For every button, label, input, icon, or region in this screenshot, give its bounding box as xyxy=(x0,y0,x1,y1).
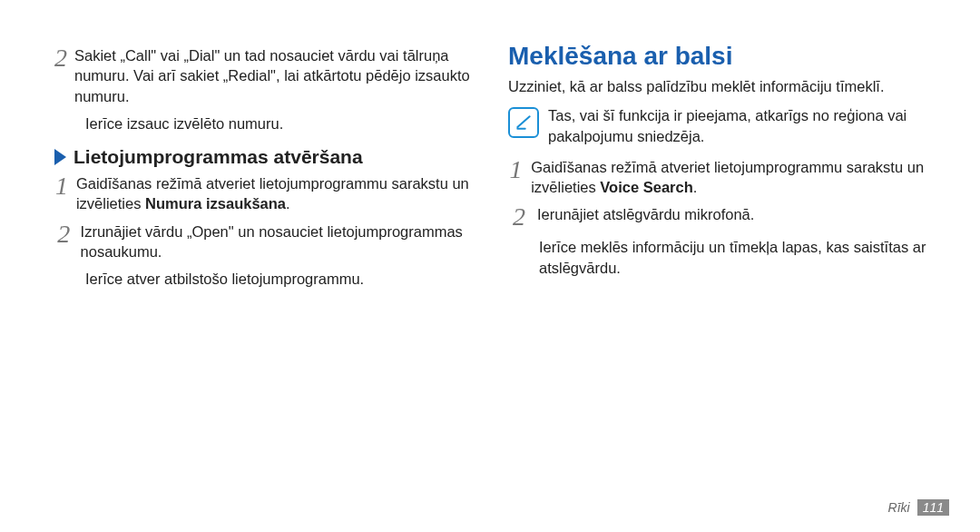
chevron-right-icon xyxy=(54,149,66,165)
footer-section: Rīki xyxy=(888,500,910,515)
step-2: 2 Ierunājiet atslēgvārdu mikrofonā. xyxy=(508,204,935,230)
page-footer: Rīki 111 xyxy=(888,499,949,516)
step-number: 2 xyxy=(54,45,67,106)
step-result: Ierīce izsauc izvēlēto numuru. xyxy=(85,113,481,133)
step-result: Ierīce atver atbilstošo lietojumprogramm… xyxy=(85,269,481,289)
step-text: Ierunājiet atslēgvārdu mikrofonā. xyxy=(537,204,754,230)
step-number: 1 xyxy=(508,157,524,198)
subheading-row: Lietojumprogrammas atvēršana xyxy=(54,146,481,168)
step-text: Gaidīšanas režīmā atveriet lietojumprogr… xyxy=(531,157,935,198)
step-text: Gaidīšanas režīmā atveriet lietojumprogr… xyxy=(76,173,481,214)
step-number: 2 xyxy=(508,204,530,230)
step-text: Sakiet „Call" vai „Dial" un tad nosaucie… xyxy=(74,45,481,106)
seg-c: . xyxy=(693,179,698,195)
seg-a: Gaidīšanas režīmā atveriet lietojumprogr… xyxy=(531,159,924,195)
seg-b: Voice Search xyxy=(600,179,692,195)
subheading: Lietojumprogrammas atvēršana xyxy=(74,146,363,168)
note-row: Tas, vai šī funkcija ir pieejama, atkarī… xyxy=(508,105,935,146)
note-text: Tas, vai šī funkcija ir pieejama, atkarī… xyxy=(548,105,935,146)
step-2: 2 Sakiet „Call" vai „Dial" un tad nosauc… xyxy=(54,45,481,106)
left-column: 2 Sakiet „Call" vai „Dial" un tad nosauc… xyxy=(54,42,481,301)
step-result: Ierīce meklēs informāciju un tīmekļa lap… xyxy=(539,237,935,278)
step-text: Izrunājiet vārdu „Open" un nosauciet lie… xyxy=(81,222,481,262)
step-number: 2 xyxy=(54,222,74,262)
note-icon xyxy=(508,107,539,138)
section-title: Meklēšana ar balsi xyxy=(508,42,935,71)
section-lead: Uzziniet, kā ar balss palīdzību meklēt i… xyxy=(508,76,935,96)
step-2b: 2 Izrunājiet vārdu „Open" un nosauciet l… xyxy=(54,222,481,262)
step-number: 1 xyxy=(54,173,69,214)
seg-c: . xyxy=(286,195,290,212)
step-1: 1 Gaidīšanas režīmā atveriet lietojumpro… xyxy=(54,173,481,214)
right-column: Meklēšana ar balsi Uzziniet, kā ar balss… xyxy=(508,42,935,291)
manual-page: 2 Sakiet „Call" vai „Dial" un tad nosauc… xyxy=(0,0,980,532)
step-1: 1 Gaidīšanas režīmā atveriet lietojumpro… xyxy=(508,157,935,198)
seg-b: Numura izsaukšana xyxy=(145,195,286,212)
footer-page-number: 111 xyxy=(917,499,949,516)
